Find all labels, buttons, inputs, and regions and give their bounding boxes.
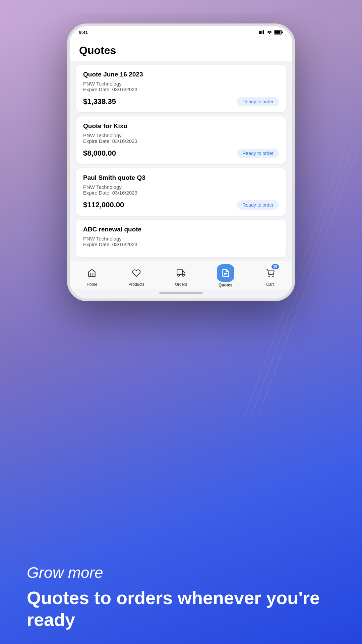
quote-card[interactable]: ABC renewal quote PNW Technology Expire … [76,220,286,257]
quote-company: PNW Technology [83,184,279,190]
quotes-icon-wrap [217,264,234,282]
heart-icon [132,269,141,277]
orders-icon-wrap [173,265,189,281]
quotes-list: Quote June 16 2023 PNW Technology Expire… [70,61,292,261]
home-icon [87,269,96,277]
nav-label-quotes: Quotes [219,283,232,287]
nav-item-orders[interactable]: Orders [166,265,196,287]
promo-section: Grow more Quotes to orders whenever you'… [27,564,335,631]
quote-amount: $8,000.00 [83,149,116,158]
quote-company: PNW Technology [83,132,279,138]
quote-amount: $1,338.35 [83,97,116,106]
page-title: Quotes [79,44,283,57]
quote-expire: Expire Date: 03/16/2023 [83,241,279,247]
quote-company: PNW Technology [83,81,279,87]
quote-card[interactable]: Paul Smith quote Q3 PNW Technology Expir… [76,168,286,216]
svg-rect-9 [275,31,281,34]
svg-rect-11 [177,270,182,274]
quote-company: PNW Technology [83,236,279,241]
svg-marker-12 [182,272,185,275]
quote-title: ABC renewal quote [83,226,279,233]
ready-badge[interactable]: Ready to order [237,200,279,210]
quote-expire: Expire Date: 03/16/2023 [83,87,279,92]
svg-rect-5 [261,31,262,34]
quote-card[interactable]: Quote June 16 2023 PNW Technology Expire… [76,65,286,112]
quotes-icon [221,269,230,277]
svg-point-7 [269,33,270,34]
home-icon-wrap [84,265,100,281]
quote-expire: Expire Date: 03/16/2023 [83,138,279,144]
quote-amount: $112,000.00 [83,201,124,209]
nav-label-cart: Cart [266,282,274,287]
svg-point-17 [268,276,269,277]
tagline: Quotes to orders whenever you're ready [27,587,335,631]
nav-label-orders: Orders [175,282,187,287]
svg-rect-3 [259,31,260,34]
svg-rect-10 [282,32,283,33]
phone-frame: 9:41 Quotes Quote June 16 2023 [67,23,295,301]
ready-badge[interactable]: Ready to order [237,97,279,106]
svg-point-13 [178,274,179,276]
home-indicator-area [70,289,292,299]
svg-rect-4 [260,31,261,34]
cart-badge: 30 [272,264,279,269]
page-header: Quotes [70,38,292,61]
svg-point-14 [182,274,184,276]
home-indicator-bar [159,292,203,294]
quote-title: Quote June 16 2023 [83,71,279,78]
grow-more-label: Grow more [27,564,335,582]
quote-card[interactable]: Quote for Kixo PNW Technology Expire Dat… [76,116,286,164]
quote-title: Quote for Kixo [83,122,279,130]
ready-badge[interactable]: Ready to order [237,149,279,158]
quote-title: Paul Smith quote Q3 [83,174,279,181]
nav-item-home[interactable]: Home [77,265,107,287]
nav-label-home: Home [86,282,97,287]
bottom-nav: Home Products [70,261,292,289]
svg-rect-6 [263,30,264,34]
cart-icon [266,269,275,277]
truck-icon [176,269,186,277]
nav-item-products[interactable]: Products [121,265,152,287]
status-bar: 9:41 [70,26,292,38]
cart-icon-wrap: 30 [262,265,278,281]
nav-item-quotes[interactable]: Quotes [210,264,241,287]
quote-expire: Expire Date: 03/16/2023 [83,190,279,196]
products-icon-wrap [128,265,144,281]
nav-label-products: Products [129,282,144,287]
nav-item-cart[interactable]: 30 Cart [255,265,285,287]
svg-point-18 [273,276,273,277]
